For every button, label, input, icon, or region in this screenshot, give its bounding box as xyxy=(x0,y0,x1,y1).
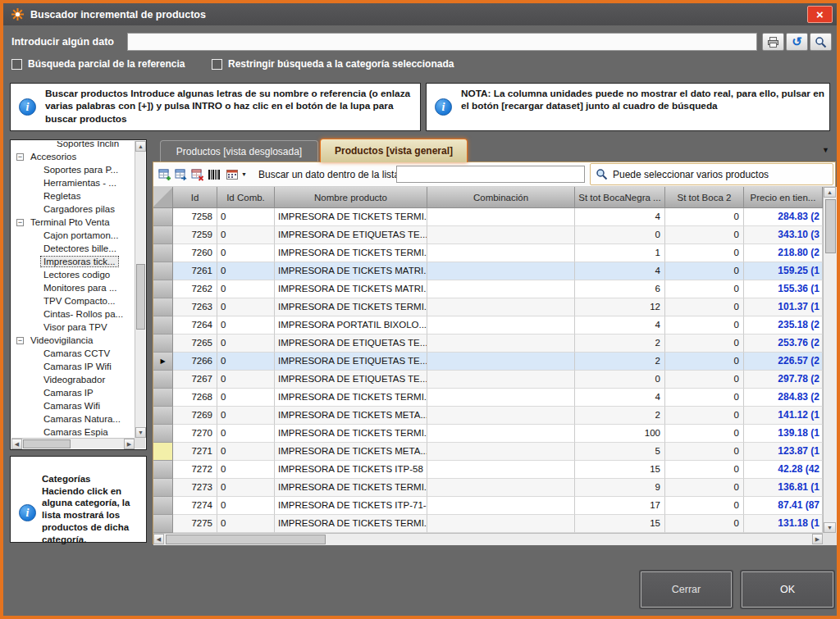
calendar-dropdown-icon[interactable]: ▼ xyxy=(241,171,247,177)
grid-horizontal-scrollbar[interactable]: ◀ ▶ xyxy=(153,533,823,545)
tree-item[interactable]: Monitores para ... xyxy=(11,281,135,294)
grid-hscroll-thumb[interactable] xyxy=(166,535,326,544)
partial-search-checkbox[interactable] xyxy=(11,59,22,70)
row-selector[interactable] xyxy=(153,497,173,515)
row-selector[interactable] xyxy=(153,515,173,533)
tree-item[interactable]: Camaras Natura... xyxy=(11,412,135,426)
scroll-down-icon[interactable]: ▼ xyxy=(824,522,836,533)
row-selector[interactable] xyxy=(153,389,173,407)
table-row[interactable]: 72600IMPRESORA DE TICKETS TERMI...10218.… xyxy=(153,244,823,262)
print-button[interactable] xyxy=(762,33,784,51)
tab-list-dropdown-icon[interactable]: ▼ xyxy=(822,146,829,154)
table-row[interactable]: 72720IMPRESORA DE TICKETS ITP-5815042.28… xyxy=(153,461,823,479)
tree-item[interactable]: −Accesorios xyxy=(11,150,135,163)
grid-corner-cell[interactable] xyxy=(153,187,173,208)
row-selector[interactable] xyxy=(153,280,173,298)
table-row[interactable]: 72680IMPRESORA DE TICKETS TERMI...40284.… xyxy=(153,389,823,407)
scroll-down-icon[interactable]: ▼ xyxy=(135,427,146,438)
table-row[interactable]: 72630IMPRESORA DE TICKETS TERMI...120101… xyxy=(153,298,823,316)
tree-item[interactable]: Soportes Inclin xyxy=(11,141,135,150)
table-row[interactable]: 72700IMPRESORA DE TICKETS TERMI...100013… xyxy=(153,425,823,443)
table-row[interactable]: 72690IMPRESORA DE TICKETS META...20141.1… xyxy=(153,407,823,425)
tab-productos-vista-desglosada[interactable]: Productos [vista desglosada] xyxy=(160,140,318,162)
table-row[interactable]: 72590IMPRESORA DE ETIQUETAS TE...00343.1… xyxy=(153,226,823,244)
tree-item[interactable]: Camaras IP xyxy=(11,386,135,399)
tree-item[interactable]: Camaras Espia xyxy=(11,426,135,438)
column-header-combinacion[interactable]: Combinación xyxy=(427,187,575,208)
tree-item[interactable]: −Terminal Pto Venta xyxy=(11,216,135,229)
tree-item[interactable]: Videograbador xyxy=(11,373,135,386)
row-selector[interactable] xyxy=(153,335,173,353)
tree-collapse-icon[interactable]: − xyxy=(16,219,24,226)
table-row[interactable]: 72610IMPRESORA DE TICKETS MATRI...40159.… xyxy=(153,262,823,280)
tree-item[interactable]: −Videovigilancia xyxy=(11,334,135,347)
table-row[interactable]: 72710IMPRESORA DE TICKETS META...50123.8… xyxy=(153,443,823,461)
tree-item[interactable]: Impresoras tick... xyxy=(11,255,135,268)
add-row-icon[interactable] xyxy=(158,168,171,181)
tree-item[interactable]: TPV Compacto... xyxy=(11,294,135,307)
grid-vertical-scrollbar[interactable]: ▲ ▼ xyxy=(823,187,837,533)
column-header-st-bocanegra[interactable]: St tot BocaNegra ... xyxy=(575,187,665,208)
table-row[interactable]: ▶72660IMPRESORA DE ETIQUETAS TE...20226.… xyxy=(153,353,823,371)
multiselect-hint-button[interactable]: Puede seleccionar varios productos xyxy=(590,163,833,185)
row-selector[interactable]: ▶ xyxy=(153,353,173,371)
row-selector[interactable] xyxy=(153,443,173,461)
tree-item[interactable]: Regletas xyxy=(11,189,135,203)
tree-item[interactable]: Cintas- Rollos pa... xyxy=(11,307,135,321)
column-header-id-comb[interactable]: Id Comb. xyxy=(217,187,275,208)
tree-vertical-scrollbar[interactable]: ▲ ▼ xyxy=(135,141,145,438)
row-selector[interactable] xyxy=(153,262,173,280)
row-selector[interactable] xyxy=(153,316,173,335)
scroll-left-icon[interactable]: ◀ xyxy=(153,534,164,544)
tree-item[interactable]: Herramientas - ... xyxy=(11,176,135,189)
column-header-nombre[interactable]: Nombre producto xyxy=(275,187,427,208)
delete-row-icon[interactable] xyxy=(191,168,204,181)
column-header-id[interactable]: Id xyxy=(173,187,217,208)
table-row[interactable]: 72620IMPRESORA DE TICKETS MATRI...60155.… xyxy=(153,280,823,298)
table-row[interactable]: 72740IMPRESORA DE TICKETS ITP-71-...1708… xyxy=(153,497,823,515)
ok-button[interactable]: OK xyxy=(742,571,833,608)
row-selector[interactable] xyxy=(153,479,173,497)
tree-vscroll-thumb[interactable] xyxy=(136,264,145,330)
table-row[interactable]: 72730IMPRESORA DE TICKETS TERMI...90136.… xyxy=(153,479,823,497)
scroll-right-icon[interactable]: ▶ xyxy=(812,534,823,544)
tree-hscroll-thumb[interactable] xyxy=(23,439,71,448)
cerrar-button[interactable]: Cerrar xyxy=(641,571,732,608)
scroll-left-icon[interactable]: ◀ xyxy=(11,439,22,449)
table-row[interactable]: 72580IMPRESORA DE TICKETS TERMI...40284.… xyxy=(153,208,823,226)
row-selector[interactable] xyxy=(153,244,173,262)
tree-item[interactable]: Detectores bille... xyxy=(11,242,135,255)
titlebar[interactable]: Buscador incremental de productos × xyxy=(3,3,837,25)
tree-item[interactable]: Camaras CCTV xyxy=(11,347,135,360)
reload-dataset-button[interactable]: ↺ xyxy=(786,33,808,51)
export-grid-icon[interactable] xyxy=(175,168,188,181)
table-row[interactable]: 72670IMPRESORA DE ETIQUETAS TE...00297.7… xyxy=(153,371,823,389)
scroll-up-icon[interactable]: ▲ xyxy=(135,141,146,152)
tree-item[interactable]: Visor para TPV xyxy=(11,321,135,334)
tree-collapse-icon[interactable]: − xyxy=(16,337,24,344)
barcode-icon[interactable] xyxy=(208,168,221,181)
restrict-category-checkbox[interactable] xyxy=(212,59,222,70)
tree-item[interactable]: Lectores codigo xyxy=(11,268,135,281)
tree-item[interactable]: Soportes para P... xyxy=(11,163,135,176)
scroll-up-icon[interactable]: ▲ xyxy=(824,187,836,198)
row-selector[interactable] xyxy=(153,371,173,389)
grid-search-input[interactable] xyxy=(396,166,585,183)
table-row[interactable]: 72750IMPRESORA DE TICKETS TERMI...150131… xyxy=(153,515,823,533)
calendar-icon[interactable] xyxy=(226,168,239,181)
row-selector[interactable] xyxy=(153,298,173,316)
tree-item[interactable]: Camaras Wifi xyxy=(11,399,135,412)
grid-vscroll-thumb[interactable] xyxy=(825,199,836,253)
row-selector[interactable] xyxy=(153,461,173,479)
search-magnifier-button[interactable] xyxy=(810,33,832,51)
close-button[interactable]: × xyxy=(807,6,833,23)
row-selector[interactable] xyxy=(153,425,173,443)
table-row[interactable]: 72650IMPRESORA DE ETIQUETAS TE...20253.7… xyxy=(153,335,823,353)
tab-productos-vista-general[interactable]: Productos [vista general] xyxy=(320,139,468,162)
row-selector[interactable] xyxy=(153,407,173,425)
tree-item[interactable]: Camaras IP Wifi xyxy=(11,360,135,373)
search-input[interactable] xyxy=(127,33,757,51)
row-selector[interactable] xyxy=(153,226,173,244)
tree-item[interactable]: Cajon portamon... xyxy=(11,229,135,242)
column-header-precio[interactable]: Precio en tien... xyxy=(744,187,823,208)
